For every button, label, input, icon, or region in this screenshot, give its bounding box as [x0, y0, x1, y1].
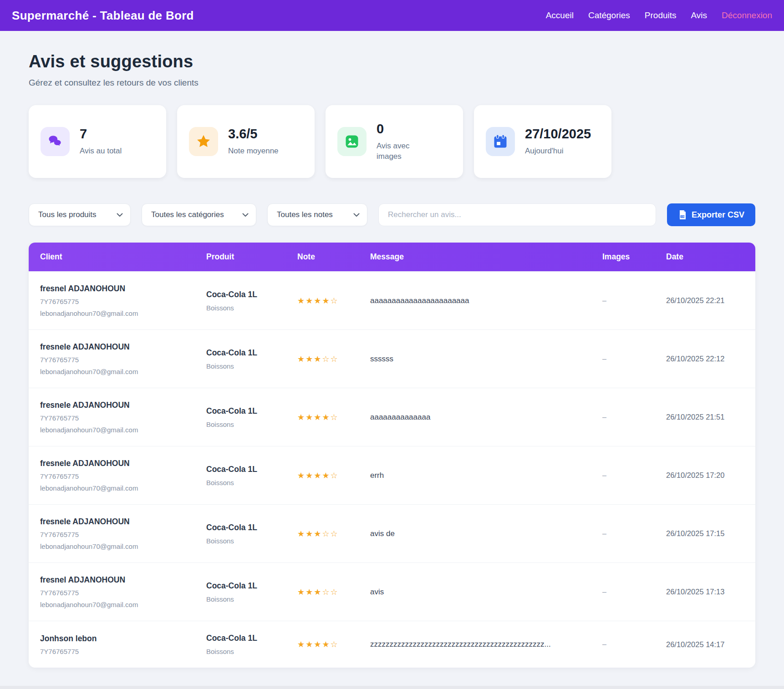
product-filter-select[interactable]: Tous les produits: [29, 203, 131, 226]
review-date: 26/10/2025 17:15: [666, 529, 755, 538]
product-category: Boissons: [206, 420, 297, 428]
nav-item-deconnexion[interactable]: Déconnexion: [722, 10, 772, 20]
stat-value-rating: 3.6/5: [228, 127, 279, 142]
table-row: fresnel ADJANOHOUN 7Y76765775 lebonadjan…: [29, 271, 755, 329]
client-email: lebonadjanohoun70@gmail.com: [40, 484, 206, 492]
svg-text:CSV: CSV: [681, 216, 685, 218]
column-header-images: Images: [602, 252, 666, 262]
stat-card-total-reviews: 7 Avis au total: [29, 105, 166, 178]
table-row: fresnele ADJANOHOUN 7Y76765775 lebonadja…: [29, 446, 755, 504]
product-category: Boissons: [206, 304, 297, 312]
stat-cards: 7 Avis au total 3.6/5 Note moyenne: [29, 105, 755, 178]
images-cell: –: [602, 355, 666, 363]
review-message: avis: [370, 588, 602, 597]
search-input[interactable]: [378, 203, 656, 226]
column-header-produit: Produit: [206, 252, 297, 262]
product-category: Boissons: [206, 648, 297, 655]
client-phone: 7Y76765775: [40, 356, 206, 364]
review-date: 26/10/2025 17:13: [666, 588, 755, 596]
stat-card-reviews-with-images: 0 Avis avec images: [326, 105, 463, 178]
calendar-icon: [486, 127, 515, 156]
review-message: ssssss: [370, 355, 602, 364]
client-phone: 7Y76765775: [40, 648, 206, 655]
category-filter-select[interactable]: Toutes les catégories: [142, 203, 256, 226]
product-category: Boissons: [206, 479, 297, 486]
app-title: Supermarché - Tableau de Bord: [12, 9, 194, 23]
images-cell: –: [602, 413, 666, 421]
chat-icon: [41, 127, 70, 156]
images-cell: –: [602, 640, 666, 648]
page-title: Avis et suggestions: [29, 52, 755, 71]
product-name: Coca-Cola 1L: [206, 581, 297, 591]
review-message: errh: [370, 471, 602, 480]
images-cell: –: [602, 530, 666, 538]
table-row: fresnele ADJANOHOUN 7Y76765775 lebonadja…: [29, 504, 755, 562]
column-header-client: Client: [40, 252, 206, 262]
client-phone: 7Y76765775: [40, 589, 206, 597]
product-category: Boissons: [206, 537, 297, 545]
nav-item-avis[interactable]: Avis: [691, 10, 708, 20]
client-name: fresnel ADJANOHOUN: [40, 284, 206, 294]
rating-stars: ★★★★☆: [297, 412, 370, 422]
stat-value-date: 27/10/2025: [525, 127, 591, 142]
review-message: avis de: [370, 529, 602, 538]
chevron-down-icon: [242, 213, 249, 217]
nav-item-categories[interactable]: Catégories: [588, 10, 630, 20]
images-cell: –: [602, 297, 666, 305]
export-csv-button[interactable]: CSV Exporter CSV: [667, 203, 755, 226]
top-navbar: Supermarché - Tableau de Bord Accueil Ca…: [0, 0, 784, 31]
page-footer: © 2025 Supermarché Excellence — Tableau …: [0, 686, 784, 689]
review-date: 26/10/2025 17:20: [666, 471, 755, 480]
rating-stars: ★★★★☆: [297, 639, 370, 649]
star-icon: [189, 127, 218, 156]
product-name: Coca-Cola 1L: [206, 406, 297, 416]
client-phone: 7Y76765775: [40, 472, 206, 480]
stat-label-date: Aujourd'hui: [525, 146, 591, 157]
image-icon: [337, 127, 367, 156]
client-name: fresnele ADJANOHOUN: [40, 517, 206, 527]
client-phone: 7Y76765775: [40, 414, 206, 422]
stat-value-images: 0: [377, 122, 422, 137]
main-nav: Accueil Catégories Produits Avis Déconne…: [546, 10, 772, 20]
review-message: aaaaaaaaaaaaaa: [370, 413, 602, 422]
images-cell: –: [602, 588, 666, 596]
review-date: 26/10/2025 22:21: [666, 296, 755, 305]
rating-stars: ★★★★☆: [297, 296, 370, 306]
stat-card-average-rating: 3.6/5 Note moyenne: [177, 105, 315, 178]
client-name: fresnel ADJANOHOUN: [40, 575, 206, 585]
product-name: Coca-Cola 1L: [206, 290, 297, 299]
rating-filter-select[interactable]: Toutes les notes: [267, 203, 367, 226]
product-category: Boissons: [206, 595, 297, 603]
client-email: lebonadjanohoun70@gmail.com: [40, 542, 206, 550]
column-header-date: Date: [666, 252, 755, 262]
product-category: Boissons: [206, 362, 297, 370]
nav-item-accueil[interactable]: Accueil: [546, 10, 574, 20]
rating-stars: ★★★☆☆: [297, 529, 370, 539]
column-header-note: Note: [297, 252, 370, 262]
client-email: lebonadjanohoun70@gmail.com: [40, 368, 206, 375]
table-row: fresnele ADJANOHOUN 7Y76765775 lebonadja…: [29, 329, 755, 388]
client-name: Jonhson lebon: [40, 634, 206, 643]
rating-stars: ★★★☆☆: [297, 354, 370, 364]
product-name: Coca-Cola 1L: [206, 633, 297, 643]
page-subtitle: Gérez et consultez les retours de vos cl…: [29, 78, 755, 88]
client-name: fresnele ADJANOHOUN: [40, 342, 206, 352]
stat-label-images: Avis avec images: [377, 141, 422, 162]
review-date: 26/10/2025 22:12: [666, 355, 755, 363]
stat-card-today-date: 27/10/2025 Aujourd'hui: [474, 105, 611, 178]
product-name: Coca-Cola 1L: [206, 348, 297, 358]
review-date: 26/10/2025 21:51: [666, 413, 755, 421]
nav-item-produits[interactable]: Produits: [645, 10, 677, 20]
images-cell: –: [602, 471, 666, 480]
client-email: lebonadjanohoun70@gmail.com: [40, 601, 206, 608]
chevron-down-icon: [353, 213, 360, 217]
table-row: fresnel ADJANOHOUN 7Y76765775 lebonadjan…: [29, 562, 755, 621]
csv-file-icon: CSV: [678, 210, 687, 220]
table-header-row: Client Produit Note Message Images Date: [29, 243, 755, 271]
client-email: lebonadjanohoun70@gmail.com: [40, 309, 206, 317]
table-row: fresnele ADJANOHOUN 7Y76765775 lebonadja…: [29, 388, 755, 446]
product-name: Coca-Cola 1L: [206, 523, 297, 532]
client-email: lebonadjanohoun70@gmail.com: [40, 426, 206, 434]
stat-label-rating: Note moyenne: [228, 146, 279, 157]
client-name: fresnele ADJANOHOUN: [40, 459, 206, 468]
